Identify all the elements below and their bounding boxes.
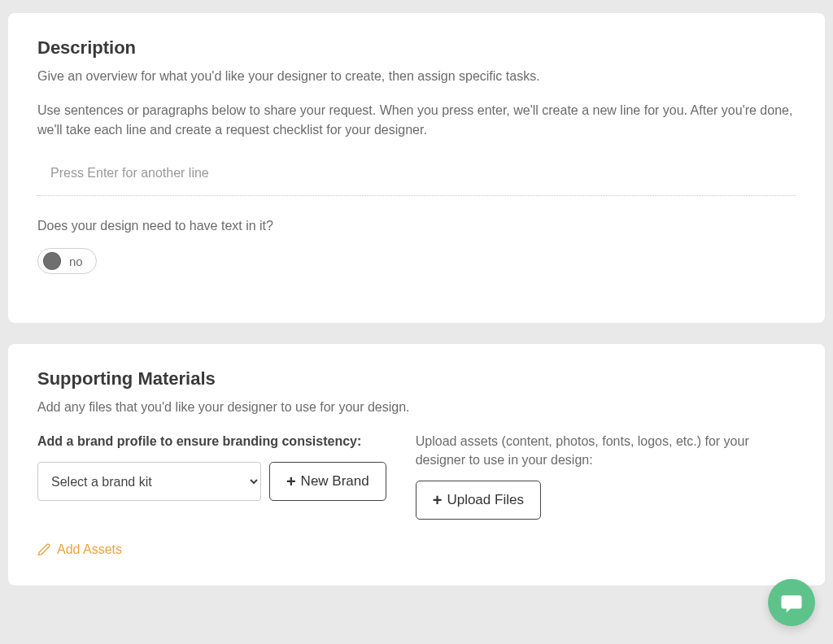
pencil-icon xyxy=(37,543,50,556)
description-input[interactable] xyxy=(37,158,796,195)
chat-icon xyxy=(779,590,804,615)
upload-files-button[interactable]: + Upload Files xyxy=(416,481,541,520)
upload-assets-label: Upload assets (content, photos, fonts, l… xyxy=(416,432,796,469)
brand-kit-select[interactable]: Select a brand kit xyxy=(37,462,261,501)
text-toggle[interactable]: no xyxy=(37,248,97,274)
plus-icon: + xyxy=(433,492,443,508)
description-card: Description Give an overview for what yo… xyxy=(8,13,825,323)
new-brand-label: New Brand xyxy=(301,473,369,490)
brand-profile-label: Add a brand profile to ensure branding c… xyxy=(37,432,386,450)
brand-column: Add a brand profile to ensure branding c… xyxy=(37,432,386,520)
supporting-subtitle: Add any files that you'd like your desig… xyxy=(37,398,796,417)
description-title: Description xyxy=(37,37,796,59)
description-instructions: Use sentences or paragraphs below to sha… xyxy=(37,101,796,140)
upload-column: Upload assets (content, photos, fonts, l… xyxy=(416,432,796,520)
supporting-columns: Add a brand profile to ensure branding c… xyxy=(37,432,796,520)
text-question: Does your design need to have text in it… xyxy=(37,219,796,233)
toggle-knob-icon xyxy=(43,252,61,270)
new-brand-button[interactable]: + New Brand xyxy=(269,462,386,501)
upload-controls: + Upload Files xyxy=(416,481,796,520)
add-assets-link[interactable]: Add Assets xyxy=(37,542,122,557)
add-assets-label: Add Assets xyxy=(57,542,122,557)
upload-files-label: Upload Files xyxy=(447,492,524,508)
supporting-title: Supporting Materials xyxy=(37,368,796,389)
supporting-materials-card: Supporting Materials Add any files that … xyxy=(8,344,825,585)
divider xyxy=(37,195,796,196)
plus-icon: + xyxy=(286,473,296,490)
brand-controls: Select a brand kit + New Brand xyxy=(37,462,386,501)
chat-fab-button[interactable] xyxy=(768,579,815,626)
description-intro: Give an overview for what you'd like you… xyxy=(37,67,796,86)
toggle-label: no xyxy=(69,255,83,268)
